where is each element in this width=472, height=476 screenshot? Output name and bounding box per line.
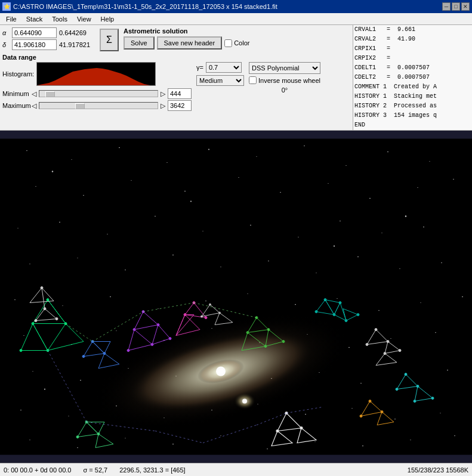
svg-point-26 (203, 231, 203, 231)
svg-point-45 (158, 308, 158, 309)
svg-point-148 (399, 350, 401, 352)
svg-point-27 (250, 225, 251, 226)
dss-select[interactable]: DSS Polynomial WCS TAN (249, 62, 320, 74)
data-range-label: Data range (2, 54, 192, 61)
menu-item-view[interactable]: View (72, 14, 96, 24)
minimize-button[interactable]: ─ (442, 2, 451, 11)
svg-point-83 (29, 440, 30, 440)
svg-point-19 (369, 198, 371, 199)
min-thumb[interactable] (45, 91, 55, 97)
titlebar-controls[interactable]: ─ □ ✕ (442, 2, 470, 11)
color-checkbox[interactable] (224, 39, 232, 47)
histogram-section: Histogram: (2, 62, 192, 86)
max-arrow-right: ▷ (161, 102, 165, 110)
header-row-5: CDELT2 = 0.0007507 (353, 73, 472, 82)
svg-point-36 (220, 267, 221, 267)
svg-point-199 (414, 400, 416, 403)
medium-select[interactable]: Medium Low High (196, 75, 244, 86)
svg-point-7 (257, 156, 257, 157)
svg-point-138 (339, 302, 341, 304)
menu-item-file[interactable]: File (1, 14, 21, 24)
astronomy-image (0, 131, 472, 463)
svg-point-48 (295, 304, 296, 305)
svg-point-81 (394, 419, 395, 419)
svg-point-130 (205, 317, 207, 319)
svg-point-173 (76, 436, 79, 438)
header-row-4: CDELT1 = 0.0007507 (353, 63, 472, 73)
max-thumb[interactable] (75, 103, 85, 109)
svg-point-17 (280, 192, 280, 193)
svg-point-185 (157, 324, 159, 326)
min-arrow-right: ▷ (161, 90, 165, 98)
svg-point-62 (435, 332, 436, 333)
svg-point-16 (238, 177, 239, 178)
svg-point-123 (55, 318, 58, 320)
inverse-label: Inverse mouse wheel (258, 77, 320, 84)
menu-item-help[interactable]: Help (96, 14, 119, 24)
svg-point-53 (23, 335, 24, 336)
svg-point-11 (430, 161, 430, 162)
svg-point-5 (166, 162, 167, 163)
delta-input[interactable] (12, 39, 57, 50)
max-slider[interactable] (39, 102, 158, 109)
max-arrow-left: ◁ (32, 102, 36, 110)
header-row-9: HISTORY 3 154 images q (353, 111, 472, 120)
max-row: Maximum ◁ ▷ (2, 100, 192, 111)
svg-point-159 (246, 332, 249, 334)
svg-point-85 (125, 438, 126, 438)
color-check: Color (224, 39, 249, 47)
svg-point-135 (324, 299, 326, 301)
save-header-button[interactable]: Save new header (157, 36, 223, 50)
svg-point-200 (431, 397, 434, 400)
solve-button[interactable]: Solve (124, 36, 155, 50)
svg-point-25 (155, 216, 155, 217)
svg-point-146 (387, 341, 389, 343)
coords-status: 0: 00 00.0 + 0d 00 00.0 (4, 466, 71, 474)
svg-point-177 (369, 400, 371, 403)
svg-point-96 (44, 389, 45, 390)
header-panel: CRVAL1 = 9.661 CRVAL2 = 41.90 CRPIX1 = C… (353, 25, 472, 130)
stats-status: 155/238/223 15568K (408, 466, 468, 474)
header-row-10: END (353, 120, 472, 130)
menu-item-tools[interactable]: Tools (47, 14, 72, 24)
svg-point-9 (345, 165, 346, 166)
svg-point-79 (305, 414, 306, 415)
min-slider[interactable] (39, 90, 158, 97)
alpha-input[interactable] (12, 27, 57, 38)
svg-point-28 (298, 237, 298, 237)
svg-point-50 (378, 310, 379, 311)
svg-point-35 (172, 255, 174, 256)
max-value-input[interactable] (168, 100, 192, 111)
maximize-button[interactable]: □ (452, 2, 460, 11)
svg-point-34 (125, 270, 125, 270)
svg-point-21 (453, 179, 454, 180)
svg-point-91 (410, 440, 411, 440)
svg-point-23 (59, 222, 60, 223)
image-container[interactable] (0, 131, 472, 463)
svg-point-31 (423, 227, 424, 228)
inverse-checkbox[interactable] (249, 76, 257, 84)
sigma-button[interactable]: Σ (100, 29, 119, 51)
min-row: Minimum ◁ ▷ (2, 88, 192, 99)
svg-point-10 (387, 152, 388, 153)
svg-point-6 (208, 149, 209, 150)
svg-point-52 (462, 296, 463, 298)
astrometric-label: Astrometric solution (124, 27, 249, 35)
coords-section: α 0.644269 δ 41.917821 (2, 27, 95, 50)
svg-point-113 (47, 299, 49, 301)
gamma-select[interactable]: 0.7 1.0 1.5 2.0 (206, 62, 242, 73)
svg-point-37 (268, 261, 269, 261)
close-button[interactable]: ✕ (461, 2, 470, 11)
svg-point-20 (417, 187, 418, 188)
app-icon: ⭐ (2, 2, 11, 11)
svg-point-51 (421, 302, 421, 303)
svg-point-82 (440, 413, 441, 413)
svg-point-124 (41, 287, 43, 289)
min-value-input[interactable] (168, 88, 192, 99)
svg-point-97 (405, 215, 406, 217)
svg-point-140 (357, 314, 359, 316)
svg-point-41 (441, 262, 442, 263)
svg-point-114 (32, 323, 34, 325)
svg-point-198 (417, 385, 419, 388)
menu-item-stack[interactable]: Stack (21, 14, 48, 24)
